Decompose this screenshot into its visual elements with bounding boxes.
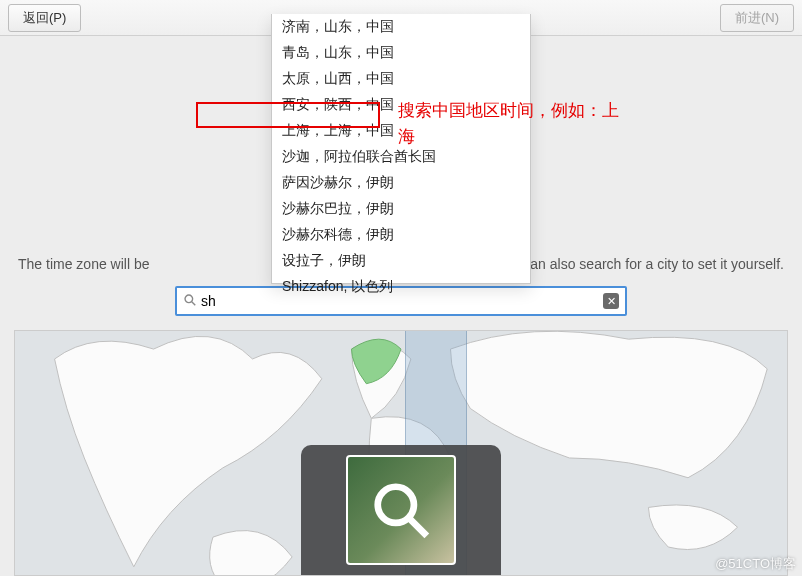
suggestion-item[interactable]: 萨因沙赫尔，伊朗	[272, 170, 530, 196]
suggestion-item[interactable]: 沙赫尔巴拉，伊朗	[272, 196, 530, 222]
suggestion-item[interactable]: Shizzafon, 以色列	[272, 274, 530, 300]
search-icon	[183, 293, 197, 310]
suggestion-item[interactable]: 沙赫尔科德，伊朗	[272, 222, 530, 248]
clear-icon[interactable]: ✕	[603, 293, 619, 309]
suggestion-dropdown[interactable]: 济南，山东，中国青岛，山东，中国太原，山西，中国西安，陕西，中国上海，上海，中国…	[271, 14, 531, 284]
suggestion-item[interactable]: 太原，山西，中国	[272, 66, 530, 92]
map-search-overlay[interactable]	[301, 445, 501, 575]
annotation-text: 搜索中国地区时间，例如：上海	[398, 98, 628, 149]
suggestion-item[interactable]: 济南，山东，中国	[272, 14, 530, 40]
svg-point-0	[185, 295, 193, 303]
suggestion-item[interactable]: 青岛，山东，中国	[272, 40, 530, 66]
hint-right: You can also search for a city to set it…	[496, 256, 784, 272]
svg-line-4	[410, 519, 427, 536]
watermark: @51CTO博客	[715, 555, 796, 573]
page-content: The time zone will be You can also searc…	[0, 36, 802, 576]
back-button[interactable]: 返回(P)	[8, 4, 81, 32]
svg-line-1	[192, 301, 196, 305]
search-area: 济南，山东，中国青岛，山东，中国太原，山西，中国西安，陕西，中国上海，上海，中国…	[175, 286, 627, 316]
overlay-thumbnail	[346, 455, 456, 565]
world-map[interactable]	[14, 330, 788, 576]
suggestion-item[interactable]: 设拉子，伊朗	[272, 248, 530, 274]
forward-button[interactable]: 前进(N)	[720, 4, 794, 32]
magnifier-icon	[370, 479, 432, 541]
svg-point-3	[378, 487, 414, 523]
hint-left: The time zone will be	[18, 256, 150, 272]
